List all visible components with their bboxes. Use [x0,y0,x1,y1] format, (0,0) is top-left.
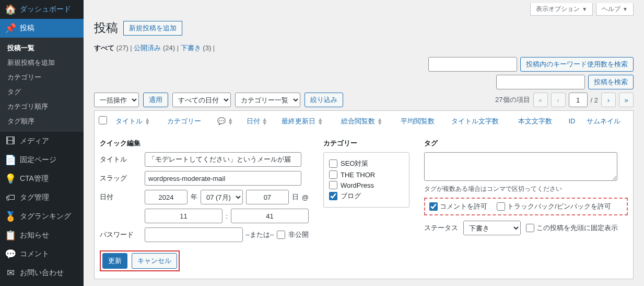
admin-sidebar: 🏠ダッシュボード 📌投稿 投稿一覧 新規投稿を追加 カテゴリー タグ カテゴリ順… [0,0,84,286]
quick-edit-heading: クイック編集 [100,139,309,148]
prev-page-button[interactable]: ‹ [551,93,566,107]
view-draft[interactable]: 下書き [181,44,201,52]
private-checkbox[interactable] [277,231,285,239]
current-page-input[interactable] [569,93,588,107]
col-title[interactable]: タイトル ▲▼ [111,111,163,132]
password-label: パスワード [100,230,142,239]
allow-pings-checkbox[interactable] [497,202,505,211]
date-label: 日付 [100,192,142,202]
total-pages: / 2 [591,96,598,104]
cat-blog-checkbox[interactable] [329,192,337,200]
add-new-button[interactable]: 新規投稿を追加 [123,21,182,36]
submit-row: 更新 キャンセル [100,250,180,271]
comment-icon: 💬 [5,249,16,259]
slug-label: スラッグ [100,174,142,183]
sidebar-item-posts[interactable]: 📌投稿 [0,19,84,38]
filter-button[interactable]: 絞り込み [305,93,343,107]
password-input[interactable] [145,227,243,242]
sidebar-item-notice[interactable]: 📋お知らせ [0,226,84,245]
minute-input[interactable] [231,209,309,223]
sidebar-item-media[interactable]: 🎞メディア [0,132,84,151]
award-icon: 🏅 [5,211,16,222]
post-search-input[interactable] [496,75,585,89]
sidebar-item-categories[interactable]: カテゴリー [0,70,84,85]
month-select[interactable]: 07 (7月) [201,190,243,204]
view-published[interactable]: 公開済み [134,44,161,52]
allow-comments-checkbox[interactable] [429,202,438,211]
bulk-apply-button[interactable]: 適用 [143,93,168,107]
tag-hint: タグが複数ある場合はコンマで区切ってください [424,185,628,193]
col-totalviews[interactable]: 総合閲覧数 ▲▼ [337,111,396,132]
hour-input[interactable] [145,209,223,223]
col-lastmod[interactable]: 最終更新日 ▲▼ [277,111,337,132]
sidebar-item-tag-order[interactable]: タグ順序 [0,114,84,129]
date-filter-select[interactable]: すべての日付 [172,93,231,107]
cat-thor-checkbox[interactable] [329,170,337,179]
tag-icon: 🏷 [5,192,16,203]
update-button[interactable]: 更新 [102,253,127,269]
sidebar-item-tags[interactable]: タグ [0,85,84,99]
note-icon: 📋 [5,230,16,241]
pin-icon: 📌 [5,23,16,33]
chevron-down-icon: ▼ [623,6,628,12]
col-bodychars: 本文文字数 [514,111,565,132]
sort-icon: ▲▼ [145,118,150,125]
sidebar-item-posts-new[interactable]: 新規投稿を追加 [0,55,84,70]
next-page-button[interactable]: › [601,93,616,107]
sort-icon: ▲▼ [262,118,267,125]
sidebar-item-posts-list[interactable]: 投稿一覧 [0,41,84,55]
mail-icon: ✉ [5,268,16,278]
col-thumb: サムネイル [582,111,633,132]
slug-input[interactable] [145,171,301,186]
sidebar-item-contact[interactable]: ✉お問い合わせ [0,264,84,282]
sidebar-item-cat-order[interactable]: カテゴリ順序 [0,99,84,114]
year-input[interactable] [145,190,188,204]
tag-heading: タグ [424,139,628,148]
col-category: カテゴリー [163,111,214,132]
col-id: ID [564,111,582,132]
tags-textarea[interactable] [424,152,617,181]
cancel-button[interactable]: キャンセル [132,253,177,269]
col-avgviews: 平均閲覧数 [396,111,447,132]
view-all[interactable]: すべて [94,44,114,52]
post-search-button[interactable]: 投稿を検索 [588,75,634,89]
bulk-action-select[interactable]: 一括操作 [94,93,139,107]
col-comments[interactable]: 💬 ▲▼ [213,111,242,132]
cat-wp-checkbox[interactable] [329,181,337,189]
keyword-search-input[interactable] [428,57,517,72]
sort-icon: ▲▼ [318,118,323,125]
quick-edit-row: クイック編集 タイトル スラッグ 日付 年 07 (7月) 日 @ [95,131,634,279]
first-page-button[interactable]: « [533,93,548,107]
category-heading: カテゴリー [323,139,409,148]
col-titlechars: タイトル文字数 [447,111,514,132]
chevron-down-icon: ▼ [582,6,587,12]
sidebar-item-dashboard[interactable]: 🏠ダッシュボード [0,0,84,19]
sidebar-item-pages[interactable]: 📄固定ページ [0,151,84,169]
keyword-search-button[interactable]: 投稿内のキーワード使用数を検索 [520,57,634,72]
media-icon: 🎞 [5,136,16,146]
title-input[interactable] [145,152,301,167]
status-label: ステータス [424,223,458,233]
sidebar-item-cta[interactable]: 💡CTA管理 [0,169,84,188]
status-select[interactable]: 下書き [463,221,521,235]
page-icon: 📄 [5,155,16,165]
comment-icon: 💬 [217,117,226,125]
select-all-checkbox[interactable] [99,116,107,124]
dashboard-icon: 🏠 [5,4,16,15]
sidebar-item-tagmgr[interactable]: 🏷タグ管理 [0,188,84,207]
last-page-button[interactable]: » [619,93,634,107]
sticky-checkbox[interactable] [526,224,534,232]
lightbulb-icon: 💡 [5,174,16,184]
cat-seo-checkbox[interactable] [329,159,337,168]
sidebar-item-tagrank[interactable]: 🏅タグランキング [0,207,84,226]
category-list: SEO対策 THE THOR WordPress ブログ [323,152,409,208]
col-date[interactable]: 日付 ▲▼ [242,111,277,132]
sidebar-item-comments[interactable]: 💬コメント [0,245,84,264]
day-input[interactable] [246,190,289,204]
title-label: タイトル [100,155,142,164]
screen-options-toggle[interactable]: 表示オプション▼ [530,3,593,16]
help-toggle[interactable]: ヘルプ▼ [596,3,634,16]
items-count: 27個の項目 [495,95,530,105]
category-filter-select[interactable]: カテゴリー一覧 [235,93,300,107]
sort-icon: ▲▼ [228,118,233,125]
